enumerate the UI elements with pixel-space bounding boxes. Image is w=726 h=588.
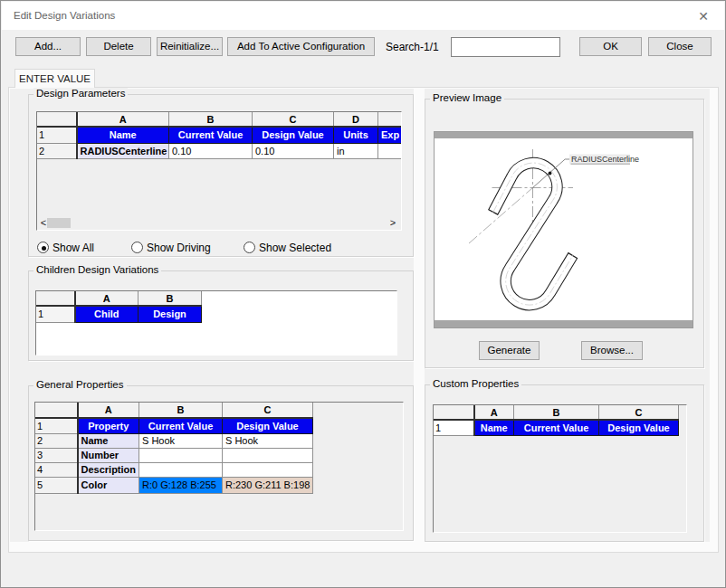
gp-row-number-prop: 3 Number <box>34 448 313 462</box>
delete-button[interactable]: Delete <box>86 37 151 56</box>
general-properties-grid[interactable]: A B C 1 Property Current Value Design Va… <box>34 402 404 531</box>
dp-row-number[interactable]: 1 <box>36 127 77 143</box>
cdv-table: A B 1 Child Design <box>35 290 202 323</box>
gp-number-current[interactable] <box>139 448 223 462</box>
gp-row-number[interactable]: 3 <box>34 448 78 462</box>
cp-column-letters-row: A B C <box>433 404 679 420</box>
gp-label-name[interactable]: Name <box>78 433 139 448</box>
cdv-col-letter-a[interactable]: A <box>75 290 139 306</box>
children-design-variations-grid[interactable]: A B 1 Child Design <box>35 290 397 356</box>
dp-col-letter-b[interactable]: B <box>169 111 253 127</box>
gp-label-color[interactable]: Color <box>78 477 139 493</box>
cdv-col-letter-b[interactable]: B <box>139 290 202 306</box>
dp-cell-units[interactable]: in <box>334 143 378 158</box>
scroll-right-icon[interactable]: > <box>388 216 397 230</box>
dp-header-design-value[interactable]: Design Value <box>253 127 334 143</box>
cdv-header-row: 1 Child Design <box>35 306 202 322</box>
dp-cell-design-value[interactable]: 0.10 <box>253 143 334 158</box>
radio-circle-icon <box>244 242 255 253</box>
dp-col-letter-a[interactable]: A <box>77 111 169 127</box>
gp-col-letter-c[interactable]: C <box>223 402 313 418</box>
gp-row-number[interactable]: 5 <box>34 477 78 493</box>
cp-col-letter-c[interactable]: C <box>599 404 679 420</box>
dp-header-name[interactable]: Name <box>77 127 169 143</box>
close-button[interactable]: Close <box>648 37 712 56</box>
cdv-header-child[interactable]: Child <box>75 306 139 322</box>
gp-col-letter-b[interactable]: B <box>139 402 223 418</box>
dp-horizontal-scrollbar[interactable]: < > <box>37 216 401 230</box>
design-parameters-title: Design Parameters <box>33 88 128 99</box>
gp-label-description[interactable]: Description <box>78 462 139 477</box>
gp-color-design-swatch[interactable]: R:230 G:211 B:198 <box>223 477 313 493</box>
cdv-row-number[interactable]: 1 <box>35 306 75 322</box>
gp-header-property[interactable]: Property <box>78 418 139 433</box>
dp-cell-exp[interactable] <box>378 143 403 158</box>
cp-header-current-value[interactable]: Current Value <box>514 420 599 435</box>
add-to-active-configuration-button[interactable]: Add To Active Configuration <box>227 37 375 56</box>
gp-number-design[interactable] <box>223 448 313 462</box>
gp-row-color: 5 Color R:0 G:128 B:255 R:230 G:211 B:19… <box>34 477 313 493</box>
children-design-variations-title: Children Design Variations <box>33 264 161 275</box>
scroll-thumb[interactable] <box>47 218 71 228</box>
dp-header-exp[interactable]: Exp <box>378 127 403 143</box>
preview-letterbox-top <box>435 132 693 138</box>
preview-annotation: RADIUSCenterline <box>571 155 639 164</box>
dp-col-letter-c[interactable]: C <box>253 111 334 127</box>
general-properties-title: General Properties <box>33 379 127 390</box>
gp-corner-cell[interactable] <box>34 402 78 418</box>
dp-column-letters-row: A B C D E <box>36 111 402 127</box>
tab-enter-value[interactable]: ENTER VALUE <box>14 69 95 88</box>
design-parameters-grid[interactable]: A B C D E 1 Name Current Value Design Va… <box>36 111 402 231</box>
search-input[interactable] <box>451 37 560 57</box>
cp-col-letter-b[interactable]: B <box>514 404 599 420</box>
custom-properties-grid[interactable]: A B C 1 Name Current Value Design Value <box>433 404 687 533</box>
column-gutter <box>414 89 425 542</box>
window-title: Edit Design Variations <box>14 10 115 21</box>
gp-description-design[interactable] <box>223 462 313 477</box>
cdv-corner-cell[interactable] <box>35 290 75 306</box>
dp-header-units[interactable]: Units <box>334 127 378 143</box>
dp-cell-parameter-name[interactable]: RADIUSCenterline <box>77 143 169 158</box>
gp-row-number[interactable]: 1 <box>34 418 78 433</box>
custom-properties-title: Custom Properties <box>430 378 521 389</box>
close-icon[interactable]: ✕ <box>692 5 715 27</box>
cp-row-number[interactable]: 1 <box>433 420 474 435</box>
gp-row-number[interactable]: 4 <box>34 462 78 477</box>
gp-label-number[interactable]: Number <box>78 448 139 462</box>
gp-name-current[interactable]: S Hook <box>139 433 223 448</box>
cdv-header-design[interactable]: Design <box>139 306 202 322</box>
radio-circle-icon <box>131 242 143 253</box>
gp-header-current-value[interactable]: Current Value <box>139 418 223 433</box>
radio-circle-icon <box>37 242 49 253</box>
design-parameters-table: A B C D E 1 Name Current Value Design Va… <box>36 111 402 159</box>
ok-button[interactable]: OK <box>579 37 642 56</box>
radio-show-driving-label: Show Driving <box>147 242 211 254</box>
dp-row-number[interactable]: 2 <box>36 143 77 158</box>
dp-col-letter-d[interactable]: D <box>334 111 378 127</box>
gp-header-design-value[interactable]: Design Value <box>223 418 313 433</box>
cp-corner-cell[interactable] <box>433 404 474 420</box>
dp-col-letter-e[interactable]: E <box>378 111 403 127</box>
gp-description-current[interactable] <box>139 462 223 477</box>
dp-header-row: 1 Name Current Value Design Value Units … <box>36 127 402 143</box>
dp-corner-cell[interactable] <box>36 111 77 127</box>
dp-header-current-value[interactable]: Current Value <box>169 127 253 143</box>
generate-button[interactable]: Generate <box>479 341 540 360</box>
radio-show-selected-label: Show Selected <box>259 242 331 254</box>
s-hook-drawing: RADIUSCenterline <box>435 138 693 319</box>
gp-col-letter-a[interactable]: A <box>78 402 139 418</box>
edit-design-variations-dialog: Edit Design Variations ✕ Add... Delete R… <box>0 0 726 588</box>
gp-color-current-swatch[interactable]: R:0 G:128 B:255 <box>139 477 223 493</box>
add-button[interactable]: Add... <box>15 37 81 56</box>
reinitialize-button[interactable]: Reinitialize... <box>157 37 223 56</box>
cp-header-design-value[interactable]: Design Value <box>599 420 679 435</box>
cp-col-letter-a[interactable]: A <box>474 404 514 420</box>
gp-name-design[interactable]: S Hook <box>223 433 313 448</box>
radio-show-all-label: Show All <box>53 242 94 254</box>
gp-row-number[interactable]: 2 <box>34 433 78 448</box>
cp-header-name[interactable]: Name <box>474 420 514 435</box>
browse-button[interactable]: Browse... <box>581 341 643 360</box>
cp-header-row: 1 Name Current Value Design Value <box>433 420 679 435</box>
dp-cell-current-value[interactable]: 0.10 <box>169 143 253 158</box>
gp-row-description: 4 Description <box>34 462 313 477</box>
